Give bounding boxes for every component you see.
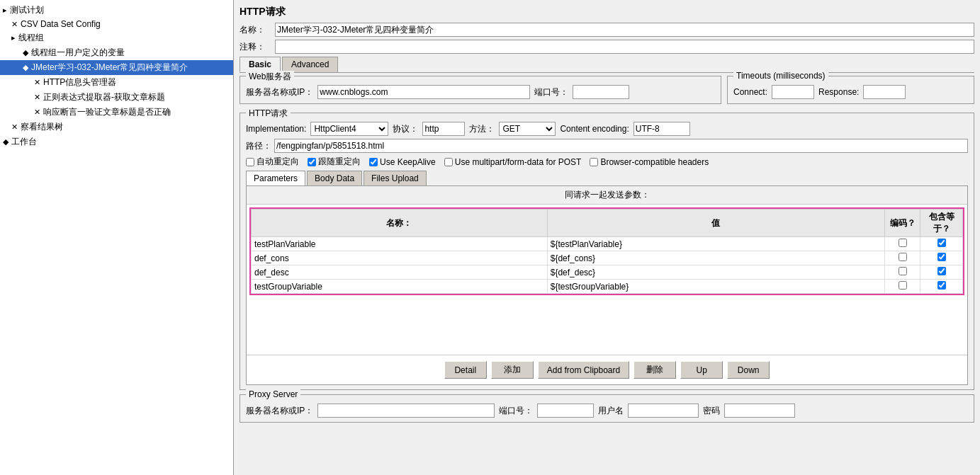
browser-compat-checkbox[interactable] [590, 158, 598, 166]
param-include-eq-cell[interactable] [920, 251, 963, 265]
tree-item-result-tree[interactable]: ✕ 察看结果树 [0, 120, 233, 135]
tree-item-http-header[interactable]: ✕ HTTP信息头管理器 [0, 75, 233, 90]
params-header-text: 同请求一起发送参数： [565, 189, 650, 201]
include-eq-checkbox-2[interactable] [937, 253, 946, 261]
protocol-input[interactable] [422, 122, 465, 136]
include-eq-checkbox-1[interactable] [937, 239, 946, 247]
down-button[interactable]: Down [727, 361, 770, 379]
browser-compat-label: Browser-compatible headers [600, 157, 709, 167]
web-server-group: Web服务器 服务器名称或IP： 端口号： [240, 76, 721, 104]
encode-checkbox-1[interactable] [899, 239, 907, 247]
add-button[interactable]: 添加 [491, 361, 534, 379]
empty-table-space [247, 298, 967, 355]
param-encode-cell[interactable] [885, 280, 920, 294]
table-row[interactable]: testPlanVariable ${testPlanVariable} [252, 237, 963, 251]
tree-icon-jmeter-http: ◆ [23, 63, 28, 72]
checkbox-follow-redirect[interactable]: 跟随重定向 [308, 156, 361, 168]
encoding-input[interactable] [633, 122, 690, 136]
table-row[interactable]: def_cons ${def_cons} [252, 251, 963, 265]
tree-icon-test-plan: ▸ [3, 6, 7, 15]
tree-item-csv[interactable]: ✕ CSV Data Set Config [0, 18, 233, 30]
tree-item-user-vars[interactable]: ◆ 线程组一用户定义的变量 [0, 45, 233, 60]
keepalive-checkbox[interactable] [369, 158, 378, 166]
method-select[interactable]: GET POST PUT DELETE [499, 122, 556, 136]
checkbox-browser-compat[interactable]: Browser-compatible headers [590, 157, 709, 167]
params-header-row: 同请求一起发送参数： [247, 186, 967, 205]
param-encode-cell[interactable] [885, 237, 920, 251]
include-eq-checkbox-4[interactable] [937, 281, 946, 290]
connect-label: Connect: [733, 87, 767, 97]
param-encode-cell[interactable] [885, 251, 920, 265]
checkbox-multipart[interactable]: Use multipart/form-data for POST [444, 157, 582, 167]
web-server-title: Web服务器 [246, 71, 294, 83]
proxy-port-label: 端口号： [499, 405, 533, 417]
tree-label-user-vars: 线程组一用户定义的变量 [31, 47, 125, 59]
name-input[interactable] [275, 23, 974, 37]
tree-item-thread-group[interactable]: ▸ 线程组 [0, 30, 233, 45]
checkbox-keepalive[interactable]: Use KeepAlive [369, 157, 436, 167]
proxy-port-input[interactable] [537, 404, 594, 418]
http-group-title: HTTP请求 [246, 108, 291, 120]
tree-icon-workbench: ◆ [3, 137, 9, 147]
server-input[interactable] [317, 85, 530, 99]
comment-input[interactable] [275, 40, 974, 54]
tree-icon-csv: ✕ [11, 20, 18, 29]
proxy-server-input[interactable] [317, 404, 495, 418]
param-include-eq-cell[interactable] [920, 237, 963, 251]
param-name-cell: testGroupVariable [252, 280, 548, 294]
tree-item-regex[interactable]: ✕ 正则表达式提取器-获取文章标题 [0, 90, 233, 105]
param-include-eq-cell[interactable] [920, 265, 963, 280]
implementation-row: Implementation: HttpClient4 协议： 方法： GET … [246, 122, 968, 136]
proxy-pass-label: 密码 [703, 405, 720, 417]
param-value-cell: ${testGroupVariable} [547, 280, 884, 294]
delete-button[interactable]: 删除 [633, 361, 676, 379]
proxy-user-label: 用户名 [598, 405, 624, 417]
multipart-checkbox[interactable] [444, 158, 453, 166]
param-value-cell: ${testPlanVariable} [547, 237, 884, 251]
param-tab-parameters[interactable]: Parameters [246, 171, 305, 185]
path-input[interactable] [274, 139, 968, 153]
tree-item-workbench[interactable]: ◆ 工作台 [0, 135, 233, 149]
param-include-eq-cell[interactable] [920, 280, 963, 294]
table-wrapper: 名称： 值 编码？ 包含等于？ testPlanVariable ${testP… [247, 205, 967, 298]
proxy-server-label: 服务器名称或IP： [246, 405, 313, 417]
tab-advanced[interactable]: Advanced [282, 57, 338, 72]
name-label: 名称： [240, 24, 275, 36]
add-clipboard-button[interactable]: Add from Clipboard [538, 361, 629, 379]
tree-label-assert: 响应断言一验证文章标题是否正确 [43, 106, 171, 118]
tree-label-thread-group: 线程组 [18, 32, 44, 44]
tree-icon-http-header: ✕ [34, 78, 40, 87]
encode-checkbox-3[interactable] [899, 267, 907, 275]
tree-label-jmeter-http: JMeter学习-032-JMeter常见四种变量简介 [31, 62, 188, 74]
tab-basic[interactable]: Basic [240, 57, 281, 72]
up-button[interactable]: Up [680, 361, 723, 379]
proxy-user-input[interactable] [628, 404, 699, 418]
table-row[interactable]: def_desc ${def_desc} [252, 265, 963, 280]
param-tab-files-upload[interactable]: Files Upload [364, 171, 427, 185]
param-value-cell: ${def_cons} [547, 251, 884, 265]
implementation-select[interactable]: HttpClient4 [310, 122, 388, 136]
include-eq-checkbox-3[interactable] [937, 267, 946, 275]
col-name-header: 名称： [252, 210, 548, 237]
tree-item-jmeter-http[interactable]: ◆ JMeter学习-032-JMeter常见四种变量简介 [0, 60, 233, 75]
param-name-cell: def_cons [252, 251, 548, 265]
proxy-pass-input[interactable] [724, 404, 795, 418]
proxy-server-title: Proxy Server [246, 389, 300, 399]
section-title: HTTP请求 [240, 6, 974, 18]
connect-input[interactable] [772, 85, 814, 99]
follow-redirect-checkbox[interactable] [308, 158, 316, 166]
tree-item-test-plan[interactable]: ▸ 测试计划 [0, 3, 233, 18]
encode-checkbox-2[interactable] [899, 253, 907, 261]
param-table: 名称： 值 编码？ 包含等于？ testPlanVariable ${testP… [251, 209, 963, 294]
checkbox-auto-redirect[interactable]: 自动重定向 [246, 156, 299, 168]
follow-redirect-label: 跟随重定向 [318, 156, 361, 168]
tree-item-assert[interactable]: ✕ 响应断言一验证文章标题是否正确 [0, 105, 233, 120]
param-tab-body-data[interactable]: Body Data [307, 171, 362, 185]
encode-checkbox-4[interactable] [899, 281, 907, 290]
param-encode-cell[interactable] [885, 265, 920, 280]
response-input[interactable] [863, 85, 906, 99]
detail-button[interactable]: Detail [444, 361, 487, 379]
table-row[interactable]: testGroupVariable ${testGroupVariable} [252, 280, 963, 294]
auto-redirect-checkbox[interactable] [246, 158, 254, 166]
port-input[interactable] [573, 85, 629, 99]
